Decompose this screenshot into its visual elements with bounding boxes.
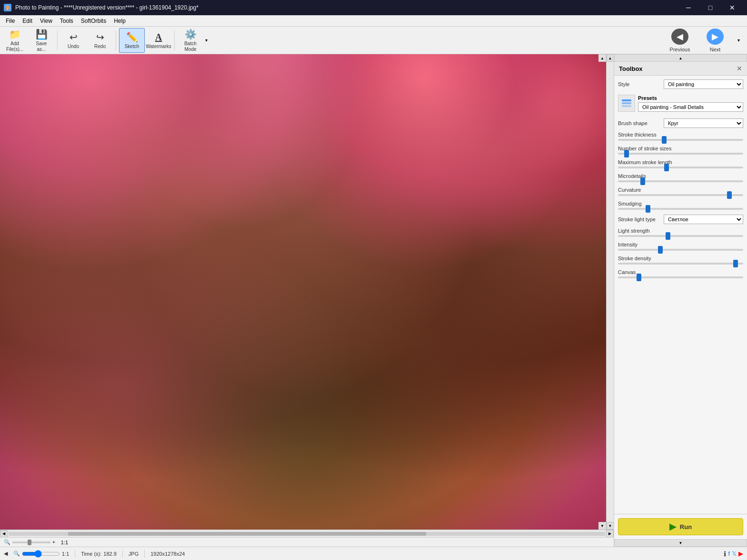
intensity-thumb[interactable] xyxy=(658,246,663,254)
next-label: Next xyxy=(710,47,721,52)
window-controls: ─ □ ✕ xyxy=(677,0,743,15)
youtube-icon[interactable]: ▶ xyxy=(738,550,743,557)
zoom-indicator[interactable]: 🔍 xyxy=(13,550,20,557)
watermarks-button[interactable]: A Watermarks xyxy=(146,28,171,53)
stroke-density-track[interactable] xyxy=(618,263,743,265)
curvature-thumb[interactable] xyxy=(727,191,732,199)
stroke-density-label: Stroke density xyxy=(618,255,743,261)
status-sep-2 xyxy=(122,550,123,558)
watermarks-icon: A xyxy=(155,32,162,43)
canvas-thumb[interactable] xyxy=(637,274,641,281)
max-stroke-length-label: Maximum stroke length xyxy=(618,159,743,165)
num-strokes-thumb[interactable] xyxy=(624,150,629,157)
hscroll-left[interactable]: ◀ xyxy=(0,530,8,538)
zoom-out-icon[interactable]: 🔍 xyxy=(4,539,10,545)
stroke-thickness-row: Stroke thickness xyxy=(618,132,743,141)
add-files-button[interactable]: 📁 AddFile(s)... xyxy=(2,28,28,53)
smudging-track[interactable] xyxy=(618,208,743,210)
svg-rect-1 xyxy=(622,102,631,104)
zoom-slider[interactable] xyxy=(12,541,50,543)
stroke-light-type-select[interactable]: Светлое xyxy=(664,215,743,224)
save-as-button[interactable]: 💾 Saveas... xyxy=(29,28,54,53)
run-icon: ▶ xyxy=(669,521,676,532)
max-stroke-length-track[interactable] xyxy=(618,167,743,168)
zoom-thumb[interactable] xyxy=(28,540,31,545)
vscroll-up[interactable]: ▲ xyxy=(607,54,614,62)
microdetails-thumb[interactable] xyxy=(640,177,645,185)
vscroll-down[interactable]: ▼ xyxy=(607,522,614,530)
brush-shape-select[interactable]: Круг xyxy=(664,118,743,128)
dimensions-status: 1920x1278x24 xyxy=(150,551,185,557)
menu-file[interactable]: File xyxy=(2,17,19,25)
run-label: Run xyxy=(680,523,692,531)
zoom-level-status: 1:1 xyxy=(62,551,69,557)
curvature-track[interactable] xyxy=(618,194,743,196)
scroll-down-arrow[interactable]: ▼ xyxy=(598,522,606,530)
close-button[interactable]: ✕ xyxy=(721,0,743,15)
light-strength-thumb[interactable] xyxy=(666,232,670,240)
status-left-arrow[interactable]: ◀ xyxy=(4,550,8,557)
menu-view[interactable]: View xyxy=(36,17,56,25)
hscroll-thumb[interactable] xyxy=(68,532,426,536)
style-select[interactable]: Oil painting xyxy=(664,79,743,89)
status-sep-3 xyxy=(144,550,145,558)
zoom-range[interactable] xyxy=(22,551,60,557)
microdetails-row: Microdetails xyxy=(618,173,743,182)
info-icon[interactable]: ℹ xyxy=(724,550,726,558)
canvas-row: Canvas xyxy=(618,269,743,278)
stroke-thickness-track[interactable] xyxy=(618,139,743,141)
intensity-row: Intensity xyxy=(618,242,743,251)
zoom-level: 1:1 xyxy=(61,540,68,545)
canvas-inner: ▲ ▼ ▲ ▼ xyxy=(0,54,614,530)
sketch-button[interactable]: ✏️ Sketch xyxy=(119,28,145,53)
num-strokes-label: Number of stroke sizes xyxy=(618,146,743,151)
light-strength-track[interactable] xyxy=(618,235,743,237)
intensity-track[interactable] xyxy=(618,249,743,251)
run-button[interactable]: ▶ Run xyxy=(618,518,743,535)
presets-label: Presets xyxy=(638,95,743,101)
curvature-row: Curvature xyxy=(618,187,743,196)
light-strength-label: Light strength xyxy=(618,228,743,234)
max-stroke-length-thumb[interactable] xyxy=(664,164,669,171)
maximize-button[interactable]: □ xyxy=(699,0,721,15)
num-strokes-track[interactable] xyxy=(618,153,743,155)
next-button[interactable]: ▶ Next xyxy=(698,28,732,53)
more-button[interactable]: ▾ xyxy=(205,38,208,43)
batch-mode-button[interactable]: ⚙️ BatchMode xyxy=(178,28,203,53)
stroke-thickness-thumb[interactable] xyxy=(662,136,667,144)
previous-button[interactable]: ◀ Previous xyxy=(663,28,697,53)
stroke-density-thumb[interactable] xyxy=(733,260,738,267)
menu-softorbits[interactable]: SoftOrbits xyxy=(77,17,110,25)
brush-shape-row: Brush shape Круг xyxy=(618,118,743,128)
undo-icon: ↩ xyxy=(70,31,78,43)
brush-shape-control: Круг xyxy=(664,118,743,128)
menu-edit[interactable]: Edit xyxy=(19,17,36,25)
smudging-thumb[interactable] xyxy=(646,205,650,213)
social-icons: ℹ f 𝕏 ▶ xyxy=(724,550,743,558)
menu-help[interactable]: Help xyxy=(110,17,129,25)
microdetails-track[interactable] xyxy=(618,180,743,182)
max-stroke-length-row: Maximum stroke length xyxy=(618,159,743,168)
nav-more[interactable]: ▾ xyxy=(734,38,743,43)
twitter-icon[interactable]: 𝕏 xyxy=(732,550,737,557)
canvas-area[interactable]: ▲ ▼ xyxy=(0,54,606,530)
minimize-button[interactable]: ─ xyxy=(677,0,699,15)
menu-tools[interactable]: Tools xyxy=(56,17,77,25)
run-btn-area: ▶ Run xyxy=(614,514,747,539)
stroke-light-type-row: Stroke light type Светлое xyxy=(618,215,743,224)
toolbox-close-button[interactable]: ✕ xyxy=(737,65,742,72)
redo-button[interactable]: ↪ Redo xyxy=(87,28,113,53)
undo-button[interactable]: ↩ Undo xyxy=(60,28,86,53)
toolbox-scroll-down[interactable]: ▼ xyxy=(614,539,747,547)
statusbar: ◀ 🔍 1:1 Time (s): 182.9 JPG 1920x1278x24… xyxy=(0,547,747,560)
zoom-in-icon[interactable]: + xyxy=(52,540,55,545)
facebook-icon[interactable]: f xyxy=(728,550,730,557)
canvas-bottom-bar: 🔍 + 1:1 xyxy=(0,537,614,547)
hscroll-right[interactable]: ▶ xyxy=(606,530,614,538)
titlebar: 🎨 Photo to Painting - ****Unregistered v… xyxy=(0,0,747,15)
scroll-up-arrow[interactable]: ▲ xyxy=(598,54,606,62)
canvas-track[interactable] xyxy=(618,276,743,278)
batch-mode-icon: ⚙️ xyxy=(185,29,197,40)
presets-select[interactable]: Oil painting - Small Details xyxy=(638,102,743,112)
toolbox-scroll-up[interactable]: ▲ xyxy=(614,54,747,62)
